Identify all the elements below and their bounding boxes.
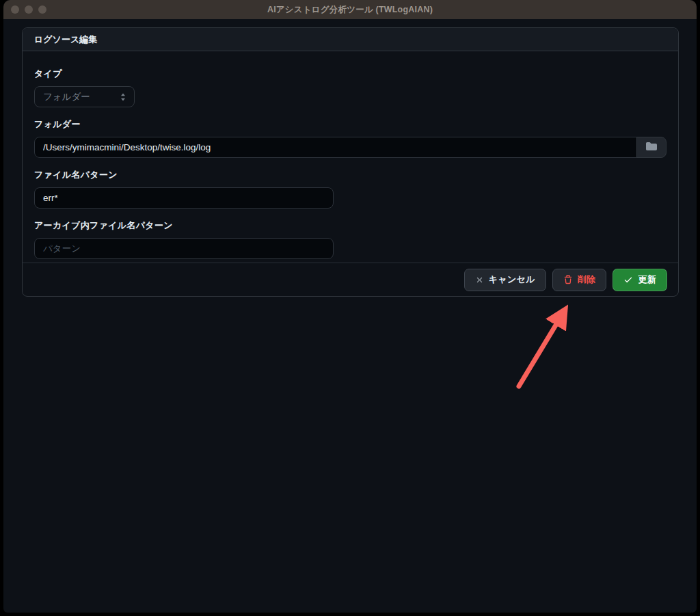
trash-icon: [563, 275, 573, 284]
folder-icon: [646, 141, 657, 154]
dialog-form: タイプ フォルダー フォルダー: [23, 51, 678, 259]
traffic-lights: [11, 5, 46, 14]
type-label: タイプ: [34, 68, 667, 80]
archive-pattern-label: アーカイブ内ファイル名パターン: [34, 219, 667, 232]
update-button-label: 更新: [638, 273, 656, 286]
delete-button[interactable]: 削除: [552, 269, 607, 291]
dialog-header: ログソース編集: [23, 28, 678, 51]
minimize-window-button[interactable]: [25, 5, 33, 14]
archive-pattern-input[interactable]: [34, 238, 334, 259]
folder-input-group: [34, 137, 667, 158]
file-pattern-input[interactable]: [34, 187, 334, 209]
dialog-title: ログソース編集: [34, 34, 97, 46]
folder-field-group: フォルダー: [34, 118, 667, 158]
folder-label: フォルダー: [34, 118, 667, 131]
dialog-footer: キャンセル 削除 更新: [23, 263, 678, 296]
maximize-window-button[interactable]: [38, 5, 46, 14]
file-pattern-label: ファイル名パターン: [34, 169, 667, 181]
type-select[interactable]: フォルダー: [34, 86, 135, 107]
check-icon: [623, 275, 633, 284]
close-window-button[interactable]: [11, 5, 19, 14]
log-source-edit-dialog: ログソース編集 タイプ フォルダー フォルダー: [22, 27, 679, 297]
type-select-value: フォルダー: [43, 91, 90, 103]
folder-path-input[interactable]: [34, 137, 637, 158]
type-field-group: タイプ フォルダー: [34, 68, 667, 107]
folder-picker-button[interactable]: [636, 137, 667, 158]
titlebar: AIアシストログ分析ツール (TWLogAIAN): [3, 0, 697, 19]
archive-pattern-field-group: アーカイブ内ファイル名パターン: [34, 219, 667, 259]
app-window: AIアシストログ分析ツール (TWLogAIAN) ログソース編集 タイプ フォ…: [3, 0, 697, 613]
x-icon: [475, 276, 484, 284]
cancel-button-label: キャンセル: [489, 273, 535, 286]
update-button[interactable]: 更新: [612, 269, 667, 291]
annotation-arrow: [482, 291, 598, 403]
select-arrows-icon: [119, 92, 127, 102]
delete-button-label: 削除: [578, 273, 596, 286]
cancel-button[interactable]: キャンセル: [464, 269, 546, 291]
file-pattern-field-group: ファイル名パターン: [34, 169, 667, 209]
window-title: AIアシストログ分析ツール (TWLogAIAN): [267, 4, 433, 16]
